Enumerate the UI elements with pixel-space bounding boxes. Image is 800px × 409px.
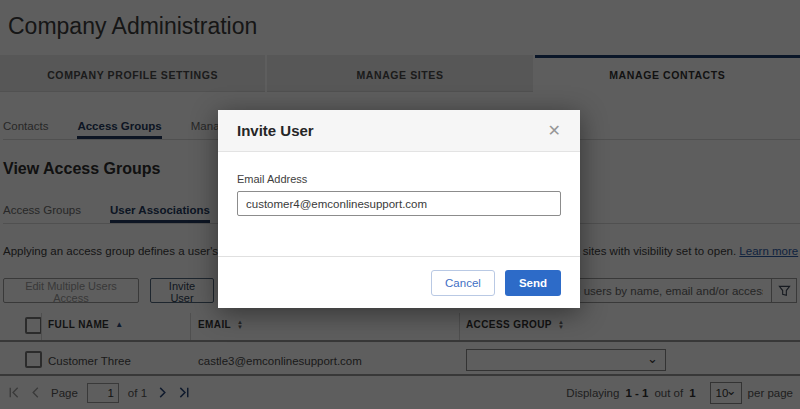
company-administration-page: Company Administration COMPANY PROFILE S… [0, 0, 800, 409]
modal-footer: Cancel Send [218, 256, 580, 308]
modal-header: Invite User ✕ [218, 110, 580, 152]
email-address-label: Email Address [237, 173, 561, 185]
cancel-button[interactable]: Cancel [431, 270, 495, 296]
close-icon[interactable]: ✕ [548, 123, 561, 139]
email-address-field[interactable] [237, 191, 561, 216]
send-button[interactable]: Send [505, 270, 561, 296]
modal-body: Email Address [218, 152, 580, 216]
invite-user-modal: Invite User ✕ Email Address Cancel Send [218, 110, 580, 308]
modal-title: Invite User [237, 122, 314, 139]
